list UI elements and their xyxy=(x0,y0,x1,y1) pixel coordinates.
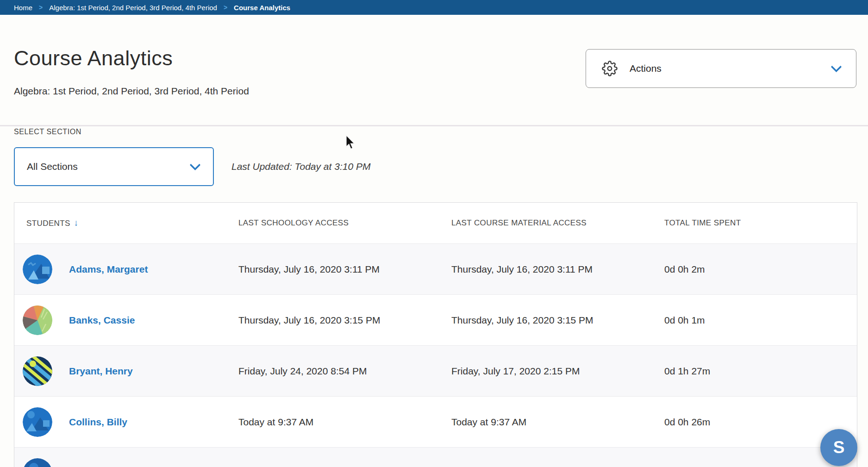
breadcrumb-current-page: Course Analytics xyxy=(234,4,290,12)
diagonal-stripe-avatar xyxy=(23,356,52,386)
student-link[interactable]: Adams, Margaret xyxy=(69,264,148,275)
student-link[interactable]: Banks, Cassie xyxy=(69,315,135,326)
total-time-spent-value: 0d 0h 1m xyxy=(652,315,857,326)
gear-icon xyxy=(602,61,618,76)
student-link[interactable]: Collins, Billy xyxy=(69,417,127,428)
last-schoology-access-value: Today at 9:37 AM xyxy=(226,417,439,428)
last-updated-text: Last Updated: Today at 3:10 PM xyxy=(231,147,370,186)
page-title: Course Analytics xyxy=(14,46,173,70)
last-course-material-access-value: Thursday, July 16, 2020 3:11 PM xyxy=(439,264,652,275)
sort-descending-icon: ↓ xyxy=(74,218,79,228)
student-cell: Adams, Margaret xyxy=(14,255,226,284)
column-header-last-course-material-access[interactable]: LAST COURSE MATERIAL ACCESS xyxy=(439,218,652,228)
table-row: Adams, Margaret Thursday, July 16, 2020 … xyxy=(14,243,857,294)
column-header-total-time-spent[interactable]: TOTAL TIME SPENT xyxy=(652,218,857,228)
column-header-students[interactable]: STUDENTS↓ xyxy=(14,218,226,228)
total-time-spent-value: 0d 0h 26m xyxy=(652,417,857,428)
last-schoology-access-value: Thursday, July 16, 2020 3:15 PM xyxy=(226,315,439,326)
course-subtitle: Algebra: 1st Period, 2nd Period, 3rd Per… xyxy=(14,86,249,97)
table-row: Bryant, Henry Friday, July 24, 2020 8:54… xyxy=(14,345,857,396)
total-time-spent-value: 0d 0h 2m xyxy=(652,264,857,275)
last-course-material-access-value: Today at 9:37 AM xyxy=(439,417,652,428)
table-row: Collins, Billy Today at 9:37 AM Today at… xyxy=(14,396,857,447)
blue-globe-avatar xyxy=(23,407,52,437)
breadcrumb-separator-icon: > xyxy=(39,4,43,11)
student-cell: Bryant, Henry xyxy=(14,356,226,386)
total-time-spent-value: 0d 1h 27m xyxy=(652,366,857,377)
actions-button-label: Actions xyxy=(630,63,662,74)
breadcrumb: Home > Algebra: 1st Period, 2nd Period, … xyxy=(0,0,868,15)
chevron-down-icon xyxy=(831,61,842,72)
pie-chart-avatar xyxy=(23,305,52,335)
table-header-row: STUDENTS↓ LAST SCHOOLOGY ACCESS LAST COU… xyxy=(14,203,857,243)
last-schoology-access-value: Thursday, July 16, 2020 3:11 PM xyxy=(226,264,439,275)
section-select-dropdown[interactable]: All Sections xyxy=(14,147,214,186)
table-row: Banks, Cassie Thursday, July 16, 2020 3:… xyxy=(14,294,857,345)
breadcrumb-course-link[interactable]: Algebra: 1st Period, 2nd Period, 3rd Per… xyxy=(49,4,217,12)
support-chat-badge-label: S xyxy=(833,438,845,457)
breadcrumb-separator-icon: > xyxy=(224,4,227,11)
last-course-material-access-value: Thursday, July 16, 2020 3:15 PM xyxy=(439,315,652,326)
blue-globe-avatar xyxy=(23,458,52,467)
last-schoology-access-value: Friday, July 24, 2020 8:54 PM xyxy=(226,366,439,377)
last-course-material-access-value: Friday, July 17, 2020 2:15 PM xyxy=(439,366,652,377)
actions-dropdown-button[interactable]: Actions xyxy=(586,49,856,88)
page-header: Course Analytics Algebra: 1st Period, 2n… xyxy=(0,15,868,111)
student-cell xyxy=(14,458,226,467)
student-cell: Banks, Cassie xyxy=(14,305,226,335)
column-header-last-schoology-access[interactable]: LAST SCHOOLOGY ACCESS xyxy=(226,218,439,228)
section-select-value: All Sections xyxy=(27,161,78,172)
students-analytics-table: STUDENTS↓ LAST SCHOOLOGY ACCESS LAST COU… xyxy=(14,202,857,467)
blue-abstract-avatar xyxy=(23,255,52,284)
table-row xyxy=(14,447,857,467)
chevron-down-icon xyxy=(189,159,200,170)
select-section-label: SELECT SECTION xyxy=(14,128,81,136)
student-link[interactable]: Bryant, Henry xyxy=(69,366,133,377)
breadcrumb-home-link[interactable]: Home xyxy=(14,4,32,12)
header-divider xyxy=(0,125,868,126)
student-cell: Collins, Billy xyxy=(14,407,226,437)
support-chat-badge[interactable]: S xyxy=(820,429,857,466)
